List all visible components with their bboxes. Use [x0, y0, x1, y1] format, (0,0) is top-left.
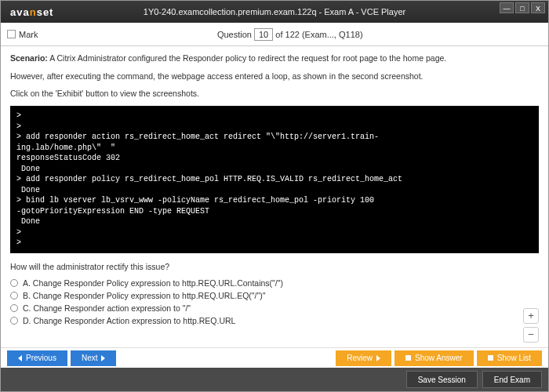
btn-label: Show Answer — [415, 354, 463, 362]
answer-options: A. Change Responder Policy expression to… — [10, 278, 539, 325]
save-session-button[interactable]: Save Session — [406, 371, 478, 388]
question-number-input[interactable]: 10 — [254, 28, 273, 41]
radio-icon — [10, 304, 18, 312]
question-bar: Mark Question 10 of 122 (Exam..., Q118) — [1, 23, 548, 46]
btn-label: Previous — [26, 354, 56, 362]
app-window: avanset 1Y0-240.examcollection.premium.e… — [0, 0, 549, 392]
maximize-button[interactable]: □ — [515, 2, 529, 13]
btn-label: Review — [347, 354, 373, 362]
option-label: D. Change Responder Action expression to… — [23, 316, 235, 325]
review-button[interactable]: Review — [336, 350, 391, 366]
footer-toolbar: Save Session End Exam — [1, 368, 548, 391]
previous-button[interactable]: Previous — [7, 350, 67, 366]
btn-label: Show List — [497, 354, 531, 362]
option-a[interactable]: A. Change Responder Policy expression to… — [10, 278, 539, 288]
nav-toolbar: Previous Next Review Show Answer Show Li… — [1, 347, 548, 368]
close-button[interactable]: X — [531, 2, 545, 13]
triangle-right-icon — [101, 355, 105, 361]
end-exam-button[interactable]: End Exam — [482, 371, 542, 388]
radio-icon — [10, 292, 18, 299]
question-total: of 122 (Exam..., Q118) — [275, 30, 362, 39]
mark-checkbox[interactable] — [7, 30, 16, 38]
option-c[interactable]: C. Change Responder action expression to… — [10, 303, 539, 313]
terminal-exhibit: > > > add responder action rs_redirect_h… — [10, 106, 539, 253]
mark-label: Mark — [19, 30, 38, 39]
titlebar: avanset 1Y0-240.examcollection.premium.e… — [1, 1, 548, 23]
question-position: Question 10 of 122 (Exam..., Q118) — [38, 28, 542, 41]
question-text: How will the administrator rectify this … — [10, 261, 539, 273]
radio-icon — [10, 279, 18, 287]
btn-label: Next — [82, 354, 98, 362]
zoom-in-button[interactable]: + — [523, 308, 539, 324]
scenario-text: A Citrix Administrator configured the Re… — [48, 53, 446, 63]
window-controls: — □ X — [500, 2, 545, 13]
option-label: C. Change Responder action expression to… — [23, 303, 191, 313]
next-button[interactable]: Next — [71, 350, 117, 366]
scenario-p1: Scenario: A Citrix Administrator configu… — [10, 53, 539, 64]
radio-icon — [10, 317, 18, 325]
triangle-left-icon — [18, 355, 22, 361]
option-label: A. Change Responder Policy expression to… — [23, 278, 283, 288]
logo-accent: n — [30, 6, 37, 18]
scenario-label: Scenario: — [10, 53, 48, 63]
minimize-button[interactable]: — — [500, 2, 514, 13]
window-title: 1Y0-240.examcollection.premium.exam.122q… — [144, 7, 405, 16]
square-icon — [405, 355, 411, 361]
option-b[interactable]: B. Change Responder Policy expression to… — [10, 291, 539, 300]
show-answer-button[interactable]: Show Answer — [394, 350, 474, 366]
scenario-p2: However, after executing the command, th… — [10, 71, 539, 82]
logo-pre: ava — [10, 6, 30, 18]
app-logo: avanset — [10, 6, 53, 18]
triangle-right-icon — [376, 355, 380, 361]
option-d[interactable]: D. Change Responder Action expression to… — [10, 316, 539, 325]
question-label: Question — [217, 30, 252, 39]
option-label: B. Change Responder Policy expression to… — [23, 291, 265, 300]
square-icon — [488, 355, 493, 361]
zoom-out-button[interactable]: − — [523, 327, 539, 343]
question-content: Scenario: A Citrix Administrator configu… — [1, 46, 548, 347]
zoom-controls: + − — [523, 308, 539, 343]
scenario-p3: Click on the 'Exhibit' button to view th… — [10, 88, 539, 100]
show-list-button[interactable]: Show List — [477, 350, 542, 366]
logo-post: set — [37, 6, 54, 18]
